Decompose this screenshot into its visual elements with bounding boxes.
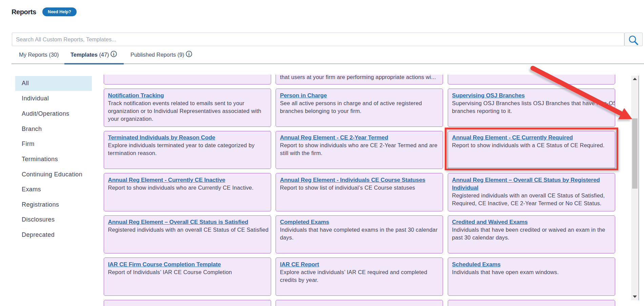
- svg-text:i: i: [113, 52, 115, 57]
- svg-text:i: i: [188, 52, 190, 57]
